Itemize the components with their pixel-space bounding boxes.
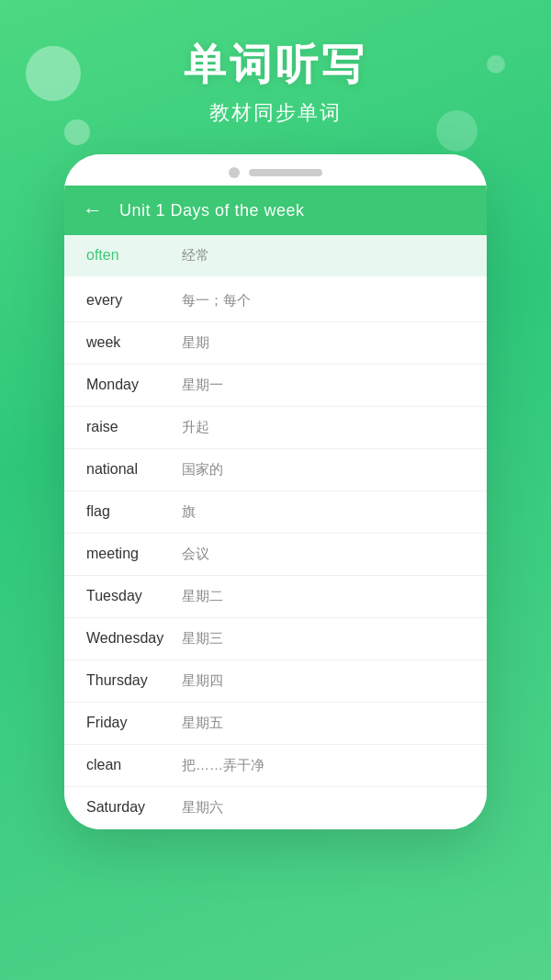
- word-item[interactable]: every每一；每个: [64, 280, 487, 322]
- word-list: often经常every每一；每个week星期Monday星期一raise升起n…: [64, 235, 487, 829]
- word-chinese: 星期一: [182, 377, 223, 394]
- word-english: Tuesday: [86, 588, 169, 604]
- phone-top-bar: [64, 154, 487, 186]
- word-item[interactable]: Thursday星期四: [64, 660, 487, 703]
- word-item[interactable]: Tuesday星期二: [64, 576, 487, 618]
- word-item[interactable]: national国家的: [64, 449, 487, 491]
- word-english: meeting: [86, 546, 169, 562]
- word-chinese: 星期六: [182, 799, 223, 817]
- word-english: national: [86, 461, 169, 478]
- word-chinese: 星期二: [182, 588, 223, 605]
- phone-camera: [229, 167, 240, 178]
- page-title-main: 单词听写: [184, 37, 367, 94]
- word-item[interactable]: raise升起: [64, 407, 487, 449]
- deco-circle-3: [487, 55, 505, 73]
- word-chinese: 星期: [182, 334, 209, 352]
- phone-mock: ← Unit 1 Days of the week often经常every每一…: [64, 154, 487, 829]
- word-item[interactable]: clean把……弄干净: [64, 745, 487, 787]
- deco-circle-2: [64, 119, 90, 145]
- word-chinese: 国家的: [182, 461, 223, 479]
- nav-title: Unit 1 Days of the week: [119, 201, 305, 220]
- word-item[interactable]: Friday星期五: [64, 703, 487, 745]
- word-english: clean: [86, 757, 169, 773]
- word-item[interactable]: flag旗: [64, 491, 487, 534]
- word-item[interactable]: Saturday星期六: [64, 787, 487, 829]
- word-english: Thursday: [86, 672, 169, 689]
- word-english: often: [86, 247, 169, 264]
- word-chinese: 升起: [182, 419, 209, 436]
- word-item[interactable]: week星期: [64, 322, 487, 365]
- word-chinese: 星期五: [182, 715, 223, 732]
- word-english: flag: [86, 503, 169, 520]
- word-english: Wednesday: [86, 630, 169, 647]
- phone-speaker: [249, 169, 322, 176]
- word-item[interactable]: meeting会议: [64, 534, 487, 576]
- word-item[interactable]: Wednesday星期三: [64, 618, 487, 660]
- nav-bar: ← Unit 1 Days of the week: [64, 186, 487, 235]
- word-english: Saturday: [86, 799, 169, 816]
- word-chinese: 把……弄干净: [182, 757, 264, 774]
- word-chinese: 星期三: [182, 630, 223, 648]
- deco-circle-4: [436, 110, 478, 152]
- word-english: Monday: [86, 377, 169, 393]
- deco-circle-1: [26, 46, 81, 101]
- word-chinese: 会议: [182, 546, 209, 563]
- word-item[interactable]: Monday星期一: [64, 365, 487, 407]
- word-chinese: 经常: [182, 247, 209, 265]
- word-english: week: [86, 334, 169, 351]
- word-english: Friday: [86, 715, 169, 731]
- word-chinese: 每一；每个: [182, 292, 251, 310]
- word-item[interactable]: often经常: [64, 235, 487, 276]
- word-english: every: [86, 292, 169, 309]
- header-section: 单词听写 教材同步单词: [0, 0, 551, 145]
- word-english: raise: [86, 419, 169, 435]
- page-title-sub: 教材同步单词: [209, 99, 342, 127]
- word-chinese: 旗: [182, 503, 196, 521]
- back-button[interactable]: ←: [83, 198, 103, 222]
- word-chinese: 星期四: [182, 672, 223, 690]
